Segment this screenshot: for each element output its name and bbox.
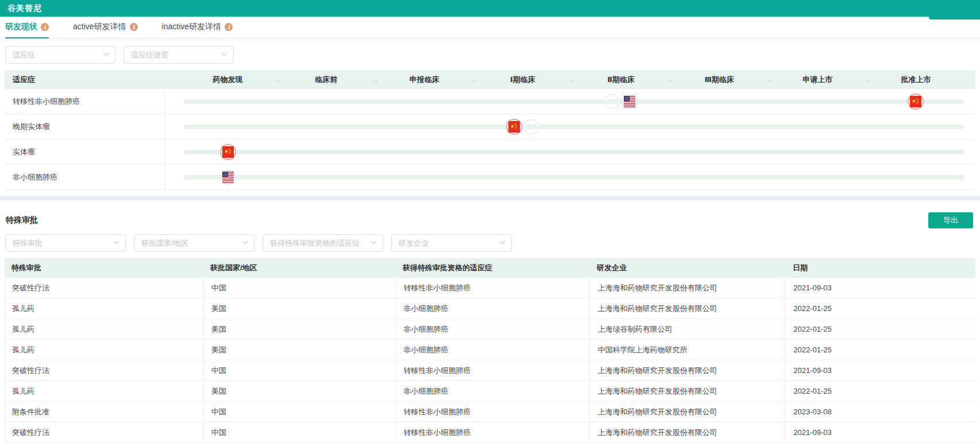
pipeline-table-header: 适应症 药物发现→临床前→申报临床→Ⅰ期临床→Ⅱ期临床→Ⅲ期临床→申请上市→批准… — [5, 71, 975, 89]
tab-label: 研发现状 — [5, 22, 37, 32]
table-cell: 转移性非小细胞肺癌 — [395, 422, 589, 442]
chevron-down-icon — [500, 239, 506, 244]
stage-marker-us[interactable] — [222, 172, 234, 183]
section-title: 特殊审批 — [6, 212, 38, 226]
table-cell: 中国 — [203, 278, 395, 298]
info-icon[interactable]: i — [130, 23, 138, 31]
stage-marker-china[interactable] — [222, 146, 234, 158]
tab-bar: 研发现状 i active研发详情 i inactive研发详情 i — [0, 17, 980, 38]
table-cell: 2021-09-03 — [785, 360, 975, 380]
stage-header-5: Ⅲ期临床→ — [670, 71, 769, 89]
special-approval-table: 特殊审批获批国家/地区获得特殊审批资格的适应症研发企业日期 突破性疗法中国转移性… — [5, 258, 975, 443]
table-cell: 2022-01-25 — [785, 298, 975, 318]
chevron-down-icon — [222, 50, 227, 56]
special-filter-select-2[interactable]: 获得特殊审批资格的适应症 — [263, 234, 383, 252]
table-row: 孤儿药美国非小细胞肺癌上海海和药物研究开发股份有限公司2022-01-25 — [5, 298, 975, 319]
table-cell: 非小细胞肺癌 — [395, 381, 589, 401]
stage-marker-us[interactable] — [624, 96, 635, 107]
column-header: 获得特殊审批资格的适应症 — [395, 258, 589, 278]
indication-progress-filter-select[interactable]: 适应症进度 — [124, 46, 234, 64]
table-cell: 2021-09-03 — [785, 422, 975, 442]
page-title: 谷美替尼 — [7, 3, 42, 14]
table-cell: 上海绿谷制药有限公司 — [589, 319, 785, 339]
flag-us-icon — [624, 96, 635, 107]
table-cell: 中国 — [203, 422, 395, 442]
table-cell: 2021-09-03 — [785, 278, 975, 298]
special-table-header-row: 特殊审批获批国家/地区获得特殊审批资格的适应症研发企业日期 — [5, 258, 975, 278]
special-filter-select-1[interactable]: 获批国家/地区 — [134, 234, 254, 252]
table-cell: 转移性非小细胞肺癌 — [395, 278, 589, 298]
section-divider — [0, 196, 980, 200]
table-cell: 附条件批准 — [5, 402, 203, 422]
table-cell: 孤儿药 — [5, 340, 203, 360]
stage-header-label: 批准上市 — [901, 75, 931, 85]
table-cell: 上海海和药物研究开发股份有限公司 — [589, 278, 785, 298]
tab-active-rd-details[interactable]: active研发详情 i — [73, 17, 138, 38]
table-cell: 上海海和药物研究开发股份有限公司 — [589, 298, 785, 318]
stage-header-label: 药物发现 — [213, 75, 243, 85]
info-icon[interactable]: i — [225, 23, 233, 31]
pipeline-table: 适应症 药物发现→临床前→申报临床→Ⅰ期临床→Ⅱ期临床→Ⅲ期临床→申请上市→批准… — [5, 71, 975, 190]
stage-marker-china[interactable] — [508, 121, 520, 133]
table-cell: 2022-01-25 — [785, 381, 975, 401]
stage-header-area: 药物发现→临床前→申报临床→Ⅰ期临床→Ⅱ期临床→Ⅲ期临床→申请上市→批准上市 — [179, 71, 965, 89]
column-header: 特殊审批 — [5, 258, 202, 278]
tab-label: active研发详情 — [73, 22, 126, 32]
table-cell: 美国 — [203, 298, 395, 318]
topbar-notch — [929, 17, 980, 20]
table-cell: 转移性非小细胞肺癌 — [395, 360, 589, 380]
table-cell: 美国 — [203, 319, 395, 339]
pipeline-row: 实体瘤 — [5, 139, 975, 165]
stage-header-2: 申报临床→ — [375, 71, 473, 89]
special-filter-row: 特殊审批获批国家/地区获得特殊审批资格的适应症研发企业 — [0, 228, 980, 252]
chevron-down-icon — [371, 239, 377, 244]
stage-header-4: Ⅱ期临床→ — [572, 71, 670, 89]
stage-header-label: Ⅰ期临床 — [510, 75, 535, 85]
stage-marker-japan[interactable] — [607, 96, 618, 107]
select-placeholder: 适应症进度 — [131, 50, 168, 60]
column-header: 研发企业 — [589, 258, 785, 278]
table-row: 孤儿药美国非小细胞肺癌中国科学院上海药物研究所2022-01-25 — [5, 340, 975, 360]
select-placeholder: 获得特殊审批资格的适应症 — [270, 238, 360, 248]
table-cell: 孤儿药 — [5, 381, 203, 401]
pipeline-filter-row: 适应症 适应症进度 — [0, 38, 980, 64]
progress-track — [184, 150, 964, 154]
indication-filter-select[interactable]: 适应症 — [5, 46, 115, 64]
special-approval-section: 特殊审批 导出 特殊审批获批国家/地区获得特殊审批资格的适应症研发企业 特殊审批… — [0, 200, 980, 443]
indication-label: 非小细胞肺癌 — [5, 165, 165, 189]
indication-label: 晚期实体瘤 — [5, 114, 165, 139]
select-placeholder: 获批国家/地区 — [141, 238, 188, 248]
select-placeholder: 研发企业 — [399, 238, 429, 248]
export-button[interactable]: 导出 — [928, 212, 973, 228]
table-cell: 突破性疗法 — [5, 278, 203, 298]
special-filter-select-3[interactable]: 研发企业 — [391, 234, 512, 252]
tab-rd-status[interactable]: 研发现状 i — [5, 17, 49, 38]
pipeline-rows: 转移性非小细胞肺癌晚期实体瘤实体瘤非小细胞肺癌 — [5, 89, 975, 190]
flag-china-icon — [222, 146, 234, 158]
special-approval-header: 特殊审批 导出 — [0, 200, 980, 228]
stage-marker-china[interactable] — [910, 96, 921, 107]
table-cell: 中国 — [203, 402, 395, 422]
table-cell: 转移性非小细胞肺癌 — [395, 402, 589, 422]
indication-column-header: 适应症 — [5, 75, 165, 85]
table-row: 孤儿药美国非小细胞肺癌上海海和药物研究开发股份有限公司2022-01-25 — [5, 381, 975, 402]
indication-label: 转移性非小细胞肺癌 — [5, 89, 165, 114]
stage-header-7: 批准上市 — [867, 71, 965, 89]
table-cell: 上海海和药物研究开发股份有限公司 — [589, 422, 785, 442]
table-row: 突破性疗法中国转移性非小细胞肺癌上海海和药物研究开发股份有限公司2021-09-… — [5, 422, 975, 443]
select-placeholder: 特殊审批 — [13, 238, 43, 248]
table-cell: 上海海和药物研究开发股份有限公司 — [589, 381, 785, 401]
pipeline-row: 晚期实体瘤 — [5, 114, 975, 139]
tab-inactive-rd-details[interactable]: inactive研发详情 i — [162, 17, 233, 38]
table-cell: 孤儿药 — [5, 298, 203, 318]
app-header: 谷美替尼 — [0, 0, 980, 17]
info-icon[interactable]: i — [41, 23, 49, 31]
table-cell: 中国科学院上海药物研究所 — [589, 340, 785, 360]
special-filter-select-0[interactable]: 特殊审批 — [5, 234, 126, 252]
stage-marker-japan[interactable] — [526, 121, 537, 133]
table-row: 附条件批准中国转移性非小细胞肺癌上海海和药物研究开发股份有限公司2023-03-… — [5, 402, 975, 422]
table-cell: 孤儿药 — [5, 319, 203, 339]
stage-header-0: 药物发现→ — [179, 71, 277, 89]
stage-header-label: 申报临床 — [410, 75, 439, 85]
flag-china-icon — [508, 121, 520, 133]
